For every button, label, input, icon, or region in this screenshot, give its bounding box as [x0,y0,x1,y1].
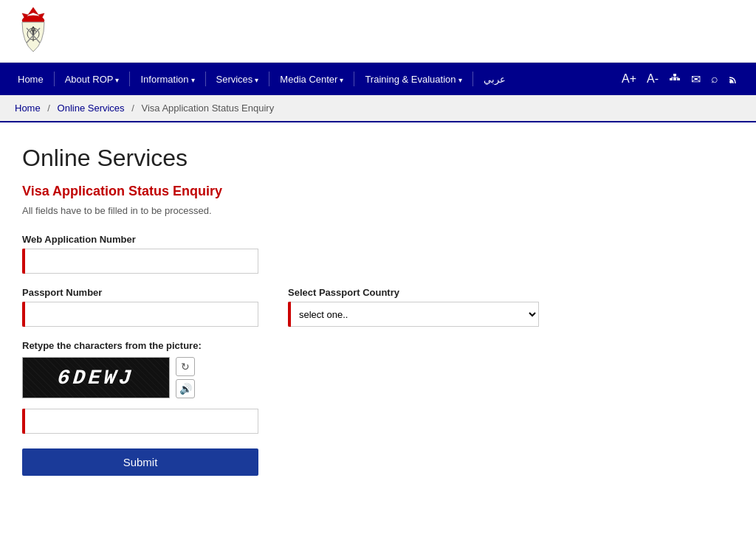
captcha-text: 6DEWJ [57,367,136,389]
breadcrumb-sep-2: / [131,103,134,114]
svg-marker-0 [28,7,38,15]
web-app-number-input[interactable] [22,249,258,274]
nav-item-home[interactable]: Home [7,65,54,94]
captcha-refresh-button[interactable]: ↻ [176,357,195,376]
captcha-audio-button[interactable]: 🔊 [176,379,195,398]
passport-country-select[interactable]: select one.. [288,302,539,327]
web-app-number-input-wrapper [22,249,258,274]
breadcrumb-sep-1: / [47,103,50,114]
form-note: All fields have to be filled in to be pr… [22,205,687,216]
rss-icon[interactable] [725,71,743,87]
captcha-label: Retype the characters from the picture: [22,340,687,351]
captcha-container: 6DEWJ ↻ 🔊 [22,357,687,398]
svg-rect-10 [673,78,676,80]
nav-icon-group: A+ A- ✉ ⌕ [612,63,749,95]
page-title: Online Services [22,145,687,172]
breadcrumb-current: Visa Application Status Enquiry [141,103,274,114]
passport-number-field-group: Passport Number [22,287,258,327]
passport-red-bar [22,302,25,327]
zoom-in-icon[interactable]: A+ [618,69,640,89]
passport-country-select-wrapper: select one.. [288,302,539,327]
passport-country-field-group: Select Passport Country select one.. [288,287,539,327]
logo-area [12,6,55,56]
passport-number-input[interactable] [22,302,258,327]
main-content: Online Services Visa Application Status … [0,122,709,505]
sitemap-icon[interactable] [665,70,684,88]
passport-country-red-bar [288,302,291,327]
passport-country-label: Select Passport Country [288,287,539,298]
search-icon[interactable]: ⌕ [707,69,722,89]
submit-section: Submit [22,448,687,476]
main-navbar: Home About ROP▾ Information▾ Services▾ M… [0,63,756,95]
visa-enquiry-form-section: Visa Application Status Enquiry All fiel… [22,184,687,476]
captcha-red-bar [22,409,25,434]
nav-item-services[interactable]: Services▾ [206,65,269,94]
svg-rect-8 [673,74,676,76]
nav-item-about[interactable]: About ROP▾ [55,65,130,94]
header [0,0,756,63]
nav-item-arabic[interactable]: عربي [473,65,516,94]
captcha-input[interactable] [22,409,258,434]
web-app-red-bar [22,249,25,274]
nav-item-media[interactable]: Media Center▾ [269,65,354,94]
breadcrumb-home[interactable]: Home [15,103,41,114]
breadcrumb-online-services[interactable]: Online Services [58,103,125,114]
nav-menu: Home About ROP▾ Information▾ Services▾ M… [7,63,612,95]
captcha-section: Retype the characters from the picture: … [22,340,687,448]
captcha-actions: ↻ 🔊 [176,357,195,398]
web-app-number-label: Web Application Number [22,234,687,245]
nav-item-information[interactable]: Information▾ [130,65,205,94]
captcha-image: 6DEWJ [22,357,170,398]
web-app-number-field-group: Web Application Number [22,234,687,274]
breadcrumb: Home / Online Services / Visa Applicatio… [0,95,756,122]
captcha-input-wrapper [22,409,258,434]
svg-rect-11 [677,78,680,80]
nav-item-training[interactable]: Training & Evaluation▾ [354,65,472,94]
passport-number-input-wrapper [22,302,258,327]
submit-button[interactable]: Submit [22,448,258,476]
site-logo [12,6,55,56]
svg-rect-9 [670,78,673,80]
passport-row: Passport Number Select Passport Country … [22,287,687,327]
zoom-out-icon[interactable]: A- [643,69,662,89]
form-subtitle: Visa Application Status Enquiry [22,184,687,199]
passport-number-label: Passport Number [22,287,258,298]
email-icon[interactable]: ✉ [687,69,704,89]
